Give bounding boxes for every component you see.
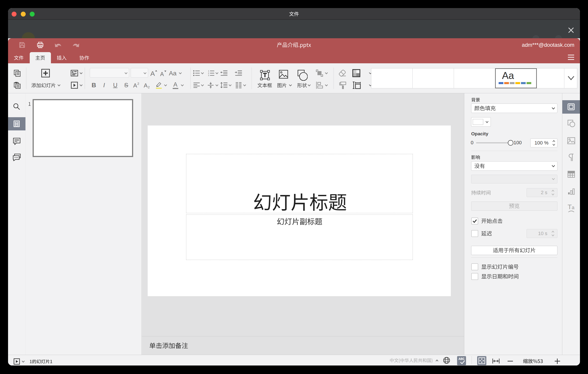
svg-text:3: 3 — [208, 74, 209, 77]
